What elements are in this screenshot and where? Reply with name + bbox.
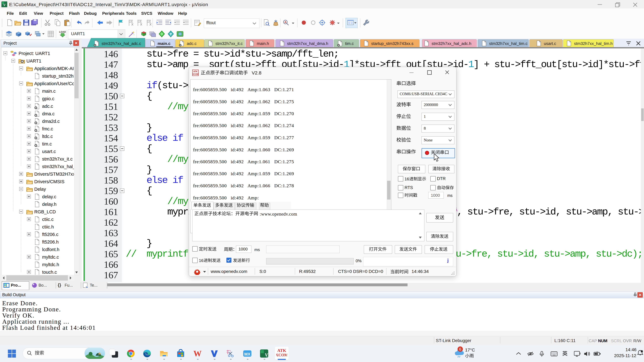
- svg-text:MX: MX: [244, 352, 250, 357]
- svg-text:XCOM: XCOM: [276, 353, 287, 357]
- svg-text:XCOM: XCOM: [192, 73, 198, 75]
- svg-text:V: V: [3, 3, 6, 7]
- svg-text:ATK: ATK: [277, 348, 286, 353]
- svg-text:A: A: [284, 20, 286, 24]
- svg-text:s: s: [266, 355, 267, 358]
- svg-text:6: 6: [459, 347, 461, 351]
- svg-text:ATK: ATK: [193, 70, 198, 73]
- svg-text:LOAD: LOAD: [59, 30, 66, 33]
- svg-text:W: W: [194, 349, 202, 358]
